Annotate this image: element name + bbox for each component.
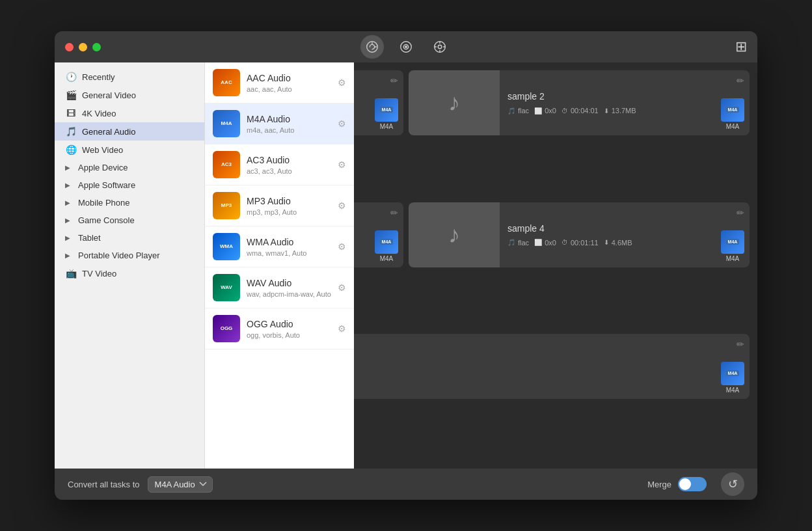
sidebar-item-portable-video[interactable]: ▶ Portable Video Player [55,247,204,264]
music-note-icon-4: ♪ [448,221,460,249]
web-video-icon: 🌐 [65,144,77,155]
sidebar-item-label-general-audio: General Audio [82,127,135,137]
minimize-button[interactable] [79,43,87,51]
svg-point-3 [405,46,407,48]
wav-gear-icon[interactable]: ⚙ [338,282,346,293]
aac-exts: aac, aac, Auto [247,85,338,93]
aac-icon-text: AAC [221,79,232,86]
m4a-gear-icon[interactable]: ⚙ [338,118,346,129]
edit-sample1[interactable]: ✏ [390,75,398,86]
media-card-sample4: ♪ sample 4 🎵flac ⬜0x0 ⏱00:01:11 ⬇4.6MB ✏… [409,202,750,267]
resolution-sample4: ⬜0x0 [534,239,556,247]
general-video-icon: 🎬 [65,90,77,100]
edit-sample3[interactable]: ✏ [390,208,398,218]
ogg-gear-icon[interactable]: ⚙ [338,323,346,334]
recently-icon: 🕐 [65,72,77,82]
badge-label-sample2: M4A [726,123,740,130]
sidebar-item-4k-video[interactable]: 🎞 4K Video [55,104,204,122]
wav-exts: wav, adpcm-ima-wav, Auto [247,290,338,298]
tv-video-icon: 📺 [65,268,77,279]
sidebar-item-tablet[interactable]: ▶ Tablet [55,229,204,247]
wma-icon: WMA [213,233,240,260]
merge-toggle[interactable] [678,477,707,491]
format-list: AAC AAC Audio aac, aac, Auto ⚙ M4A M4A A… [204,62,354,469]
sidebar-item-apple-software[interactable]: ▶ Apple Software [55,176,204,194]
sidebar-item-general-video[interactable]: 🎬 General Video [55,86,204,104]
sidebar-item-tv-video[interactable]: 📺 TV Video [55,264,204,282]
format-item-wav[interactable]: WAV WAV Audio wav, adpcm-ima-wav, Auto ⚙ [205,267,354,308]
mp3-name: MP3 Audio [247,196,338,206]
sidebar-item-label-tablet: Tablet [78,233,101,243]
mp3-icon-text: MP3 [221,202,232,209]
format-item-ogg[interactable]: OGG OGG Audio ogg, vorbis, Auto ⚙ [205,308,354,349]
edit-nature[interactable]: ✏ [737,339,744,349]
aac-gear-icon[interactable]: ⚙ [338,77,346,88]
sidebar-item-mobile-phone[interactable]: ▶ Mobile Phone [55,194,204,211]
info-sample4: sample 4 🎵flac ⬜0x0 ⏱00:01:11 ⬇4.6MB [500,217,750,253]
media-card-sample2: ♪ sample 2 🎵flac ⬜0x0 ⏱00:04:01 ⬇13.7MB … [409,70,750,135]
sidebar-item-apple-device[interactable]: ▶ Apple Device [55,159,204,176]
ac3-name: AC3 Audio [247,155,338,165]
badge-sample4: M4A M4A [721,230,744,262]
dvd-tab-icon[interactable] [428,35,452,59]
4k-video-icon: 🎞 [65,108,77,118]
m4a-info: M4A Audio m4a, aac, Auto [247,114,338,134]
ogg-icon: OGG [213,315,240,342]
ogg-info: OGG Audio ogg, vorbis, Auto [247,319,338,339]
sidebar-item-web-video[interactable]: 🌐 Web Video [55,141,204,159]
edit-sample4[interactable]: ✏ [737,208,744,218]
wav-info: WAV Audio wav, adpcm-ima-wav, Auto [247,278,338,298]
edit-sample2[interactable]: ✏ [737,75,744,86]
aac-name: AAC Audio [247,73,338,83]
merge-label: Merge [647,480,671,489]
meta-sample2: 🎵flac ⬜0x0 ⏱00:04:01 ⬇13.7MB [508,107,742,115]
batch-icon[interactable]: ⊞ [735,38,747,55]
titlebar-nav [360,35,452,59]
sidebar-item-game-console[interactable]: ▶ Game Console [55,211,204,229]
titlebar: ⊞ [55,31,757,62]
m4a-icon-text: M4A [221,120,232,127]
convert-tab-icon[interactable] [360,35,384,59]
format-select[interactable]: M4A Audio [148,476,213,493]
duration-sample2: ⏱00:04:01 [562,107,599,115]
mp3-gear-icon[interactable]: ⚙ [338,200,346,211]
info-sample2: sample 2 🎵flac ⬜0x0 ⏱00:04:01 ⬇13.7MB [500,85,750,121]
wav-icon: WAV [213,274,240,301]
badge-sample1: M4A M4A [375,98,398,130]
ogg-exts: ogg, vorbis, Auto [247,331,338,339]
sidebar-item-general-audio[interactable]: 🎵 General Audio [55,122,204,141]
format-item-aac[interactable]: AAC AAC Audio aac, aac, Auto ⚙ [205,62,354,103]
sidebar-item-label-recently: Recently [82,72,115,82]
close-button[interactable] [65,43,74,51]
thumb-sample2: ♪ [409,70,500,135]
sidebar-item-label-apple-software: Apple Software [78,180,135,190]
format-sample2: 🎵flac [508,107,529,115]
m4a-name: M4A Audio [247,114,338,124]
sidebar-item-label-general-video: General Video [82,90,136,100]
sidebar-item-label-portable-video: Portable Video Player [78,251,160,260]
svg-point-5 [438,45,442,49]
titlebar-actions: ⊞ [735,38,747,55]
app-window: ⊞ ♪ sample 1 🎵flac ⬜0x0 ⏱00:03:39 ⬇17.6M… [55,31,757,500]
start-convert-icon: ↺ [728,477,738,491]
maximize-button[interactable] [92,43,101,51]
arrow-apple-software: ▶ [65,182,70,189]
sidebar-item-recently[interactable]: 🕐 Recently [55,68,204,86]
format-item-ac3[interactable]: AC3 AC3 Audio ac3, ac3, Auto ⚙ [205,144,354,185]
mp3-info: MP3 Audio mp3, mp3, Auto [247,196,338,216]
general-audio-icon: 🎵 [65,126,77,137]
start-convert-button[interactable]: ↺ [721,472,744,496]
format-item-mp3[interactable]: MP3 MP3 Audio mp3, mp3, Auto ⚙ [205,185,354,226]
size-sample4: ⬇4.6MB [604,239,632,247]
wav-name: WAV Audio [247,278,338,288]
badge-nature: M4A M4A [721,362,744,394]
format-item-wma[interactable]: WMA WMA Audio wma, wmav1, Auto ⚙ [205,226,354,267]
format-sample4: 🎵flac [508,239,529,247]
ac3-gear-icon[interactable]: ⚙ [338,159,346,170]
m4a-icon: M4A [213,110,240,137]
format-item-m4a[interactable]: M4A M4A Audio m4a, aac, Auto ⚙ [205,103,354,144]
traffic-lights [65,43,101,51]
ac3-icon-text: AC3 [221,161,232,168]
wma-gear-icon[interactable]: ⚙ [338,241,346,252]
burn-tab-icon[interactable] [394,35,418,59]
